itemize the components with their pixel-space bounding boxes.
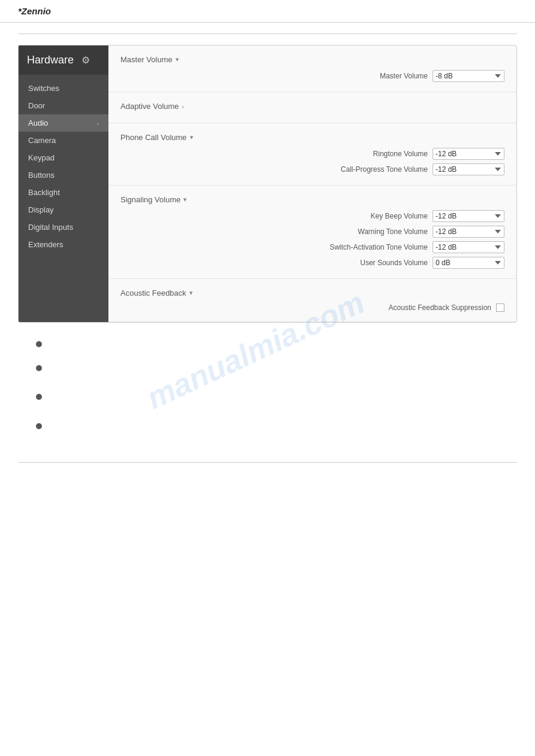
section-header-adaptive-volume[interactable]: Adaptive Volume › xyxy=(120,98,504,112)
sidebar-item-label-digital-inputs: Digital Inputs xyxy=(28,223,73,232)
master-volume-row: Master Volume -12 dB -8 dB -6 dB 0 dB 6 … xyxy=(120,70,504,82)
section-acoustic-feedback: Acoustic Feedback ▾ Acoustic Feedback Su… xyxy=(108,279,516,322)
call-progress-tone-volume-select[interactable]: -12 dB -8 dB -6 dB 0 dB xyxy=(433,163,504,175)
bullet-dot-3 xyxy=(36,394,42,400)
sidebar-item-label-backlight: Backlight xyxy=(28,188,60,197)
hardware-widget: Hardware ⚙ Switches Door Audio › Ca xyxy=(18,45,517,323)
sidebar-header: Hardware ⚙ xyxy=(19,45,108,75)
switch-activation-tone-volume-select[interactable]: -12 dB -8 dB -6 dB 0 dB xyxy=(433,241,504,253)
sidebar-item-camera[interactable]: Camera xyxy=(19,132,108,149)
section-phone-call-volume: Phone Call Volume ▾ Ringtone Volume -12 … xyxy=(108,123,516,186)
bottom-divider xyxy=(18,462,517,463)
section-title-phone-call-volume: Phone Call Volume xyxy=(120,133,187,142)
sidebar-item-buttons[interactable]: Buttons xyxy=(19,166,108,184)
switch-activation-tone-volume-row: Switch-Activation Tone Volume -12 dB -8 … xyxy=(120,241,504,253)
brand-logo: Zennio xyxy=(18,6,51,16)
gear-icon[interactable]: ⚙ xyxy=(80,54,92,66)
bullet-dot-1 xyxy=(36,341,42,347)
key-beep-volume-row: Key Beep Volume -12 dB -8 dB -6 dB 0 dB xyxy=(120,210,504,222)
sidebar-item-keypad[interactable]: Keypad xyxy=(19,149,108,166)
bullet-item-3 xyxy=(36,392,499,403)
acoustic-feedback-suppression-label: Acoustic Feedback Suppression xyxy=(389,303,491,312)
ringtone-volume-label: Ringtone Volume xyxy=(373,150,428,158)
switch-activation-tone-volume-label: Switch-Activation Tone Volume xyxy=(330,243,428,251)
sidebar-item-label-buttons: Buttons xyxy=(28,171,55,180)
master-volume-select[interactable]: -12 dB -8 dB -6 dB 0 dB 6 dB xyxy=(433,70,504,82)
sidebar-item-backlight[interactable]: Backlight xyxy=(19,184,108,201)
section-title-acoustic-feedback: Acoustic Feedback xyxy=(120,289,186,297)
sidebar-item-label-camera: Camera xyxy=(28,136,56,145)
bullet-text-3 xyxy=(48,392,50,403)
ringtone-volume-row: Ringtone Volume -12 dB -8 dB -6 dB 0 dB xyxy=(120,148,504,160)
call-progress-tone-volume-label: Call-Progress Tone Volume xyxy=(341,165,428,174)
sidebar-nav: Switches Door Audio › Camera Keypad xyxy=(19,75,108,258)
bullet-item-4 xyxy=(36,421,499,432)
sidebar-item-digital-inputs[interactable]: Digital Inputs xyxy=(19,218,108,236)
user-sounds-volume-select[interactable]: -12 dB -8 dB -6 dB 0 dB xyxy=(433,257,504,269)
section-title-master-volume: Master Volume xyxy=(120,55,173,64)
sidebar-item-label-extenders: Extenders xyxy=(28,240,64,249)
bullet-text-4 xyxy=(48,421,50,432)
bullets-area xyxy=(18,333,517,451)
warning-tone-volume-row: Warning Tone Volume -12 dB -8 dB -6 dB 0… xyxy=(120,226,504,238)
sidebar-item-label-keypad: Keypad xyxy=(28,153,55,162)
phone-call-volume-toggle-icon: ▾ xyxy=(190,133,194,141)
bullet-item-1 xyxy=(36,339,499,350)
section-header-acoustic-feedback[interactable]: Acoustic Feedback ▾ xyxy=(120,285,504,299)
signaling-volume-toggle-icon: ▾ xyxy=(183,196,187,204)
sidebar-title: Hardware xyxy=(27,54,74,66)
bullet-item-2 xyxy=(36,363,499,374)
key-beep-volume-select[interactable]: -12 dB -8 dB -6 dB 0 dB xyxy=(433,210,504,222)
section-header-phone-call-volume[interactable]: Phone Call Volume ▾ xyxy=(120,129,504,143)
section-master-volume: Master Volume ▾ Master Volume -12 dB -8 … xyxy=(108,45,516,92)
main-panel: Master Volume ▾ Master Volume -12 dB -8 … xyxy=(108,45,516,322)
section-title-signaling-volume: Signaling Volume xyxy=(120,195,180,204)
master-volume-label: Master Volume xyxy=(380,72,428,80)
section-adaptive-volume: Adaptive Volume › xyxy=(108,92,516,123)
sidebar-item-label-display: Display xyxy=(28,205,54,214)
hardware-sidebar: Hardware ⚙ Switches Door Audio › Ca xyxy=(19,45,108,322)
hardware-widget-wrapper: Hardware ⚙ Switches Door Audio › Ca xyxy=(18,45,517,323)
acoustic-feedback-toggle-icon: ▾ xyxy=(189,289,193,297)
section-header-signaling-volume[interactable]: Signaling Volume ▾ xyxy=(120,192,504,205)
master-volume-toggle-icon: ▾ xyxy=(176,56,179,63)
section-header-master-volume[interactable]: Master Volume ▾ xyxy=(120,51,504,65)
key-beep-volume-label: Key Beep Volume xyxy=(371,212,428,220)
sidebar-item-label-audio: Audio xyxy=(28,119,48,127)
bullet-text-2 xyxy=(48,363,50,374)
bullet-dot-4 xyxy=(36,423,42,429)
sidebar-item-switches[interactable]: Switches xyxy=(19,80,108,97)
sidebar-item-label-door: Door xyxy=(28,101,45,110)
warning-tone-volume-select[interactable]: -12 dB -8 dB -6 dB 0 dB xyxy=(433,226,504,238)
top-divider xyxy=(18,34,517,34)
sidebar-item-display[interactable]: Display xyxy=(19,201,108,218)
call-progress-tone-volume-row: Call-Progress Tone Volume -12 dB -8 dB -… xyxy=(120,163,504,175)
user-sounds-volume-label: User Sounds Volume xyxy=(360,259,428,267)
section-signaling-volume: Signaling Volume ▾ Key Beep Volume -12 d… xyxy=(108,186,516,279)
section-title-adaptive-volume: Adaptive Volume xyxy=(120,102,179,111)
page-content: Hardware ⚙ Switches Door Audio › Ca xyxy=(0,45,535,451)
bullet-text-1 xyxy=(48,339,50,350)
acoustic-feedback-suppression-checkbox[interactable] xyxy=(496,303,504,312)
sidebar-item-audio[interactable]: Audio › xyxy=(19,114,108,132)
warning-tone-volume-label: Warning Tone Volume xyxy=(358,227,428,236)
adaptive-volume-toggle-icon: › xyxy=(182,103,185,110)
user-sounds-volume-row: User Sounds Volume -12 dB -8 dB -6 dB 0 … xyxy=(120,257,504,269)
ringtone-volume-select[interactable]: -12 dB -8 dB -6 dB 0 dB xyxy=(433,148,504,160)
audio-arrow-icon: › xyxy=(96,120,99,127)
sidebar-item-door[interactable]: Door xyxy=(19,97,108,114)
page-header: Zennio xyxy=(0,0,535,23)
sidebar-item-label-switches: Switches xyxy=(28,84,59,93)
bullet-dot-2 xyxy=(36,365,42,371)
acoustic-feedback-suppression-row: Acoustic Feedback Suppression xyxy=(120,303,504,312)
sidebar-item-extenders[interactable]: Extenders xyxy=(19,236,108,253)
